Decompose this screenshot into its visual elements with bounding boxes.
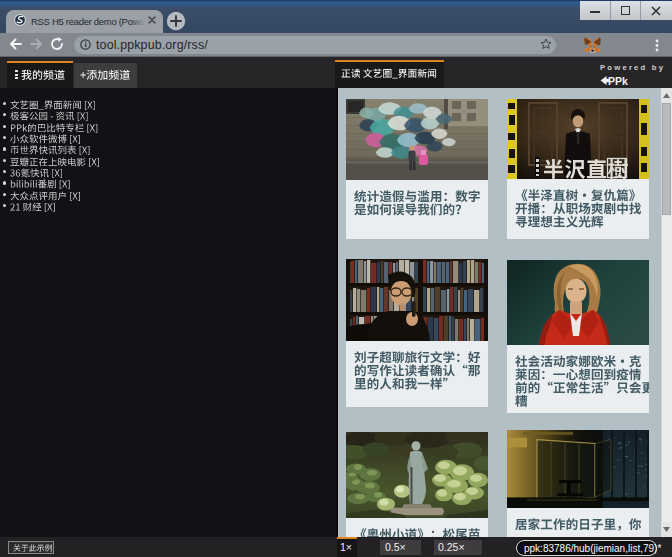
svg-text:PPk: PPk — [608, 75, 628, 87]
